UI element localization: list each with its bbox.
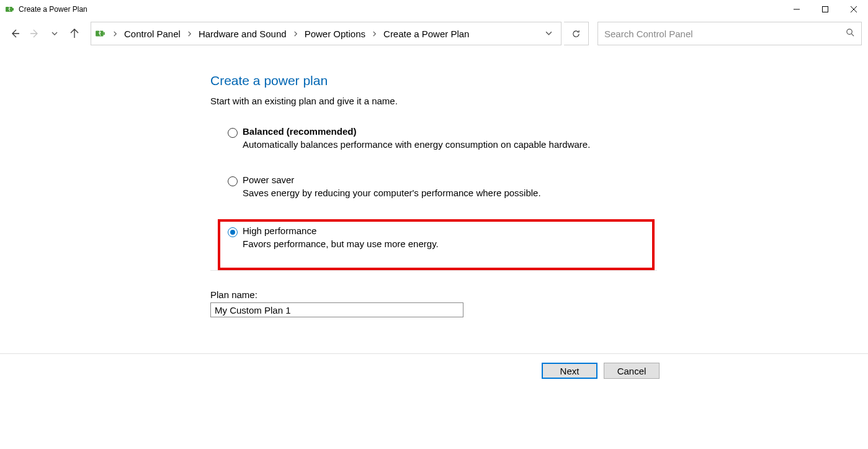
breadcrumb-item[interactable]: Power Options [302,26,368,42]
plan-option-power-saver[interactable]: Power saver Saves energy by reducing you… [225,171,657,202]
footer: Next Cancel [0,353,868,379]
window-controls [782,0,868,19]
plan-name-label: Plan name: [210,289,868,300]
plan-option-balanced[interactable]: Balanced (recommended) Automatically bal… [225,122,657,153]
cancel-button[interactable]: Cancel [604,363,660,379]
breadcrumb[interactable]: Control Panel Hardware and Sound Power O… [91,22,562,45]
plan-description: Favors performance, but may use more ene… [243,238,439,249]
window-title: Create a Power Plan [19,5,87,14]
svg-rect-3 [823,7,828,12]
next-button[interactable]: Next [542,363,597,379]
plan-option-high-performance[interactable]: High performance Favors performance, but… [218,219,655,270]
minimize-button[interactable] [782,0,811,19]
radio-balanced[interactable] [228,128,238,138]
nav-back-button[interactable] [6,25,24,42]
chevron-right-icon[interactable] [289,31,302,37]
search-box[interactable] [597,22,862,45]
chevron-right-icon[interactable] [109,31,122,37]
svg-point-8 [847,29,852,34]
svg-rect-1 [12,8,14,11]
svg-line-9 [851,34,854,36]
svg-rect-7 [104,32,105,35]
breadcrumb-dropdown[interactable] [540,28,557,39]
breadcrumb-item[interactable]: Control Panel [122,26,183,42]
page-subheading: Start with an existing plan and give it … [210,96,868,106]
close-button[interactable] [839,0,868,19]
search-icon[interactable] [846,28,855,40]
plan-description: Saves energy by reducing your computer's… [243,188,541,198]
nav-up-button[interactable] [66,25,83,42]
breadcrumb-item[interactable]: Hardware and Sound [196,26,289,42]
plan-label: Power saver [243,175,541,185]
maximize-button[interactable] [811,0,839,19]
power-options-icon [5,4,15,14]
breadcrumb-item[interactable]: Create a Power Plan [381,26,472,42]
plan-name-section: Plan name: [210,289,868,317]
nav-bar: Control Panel Hardware and Sound Power O… [0,19,868,48]
plan-label: High performance [243,225,439,236]
plan-options: Balanced (recommended) Automatically bal… [210,122,657,271]
title-bar: Create a Power Plan [0,0,868,19]
page-heading: Create a power plan [210,73,868,88]
plan-label: Balanced (recommended) [243,126,590,137]
radio-high-performance[interactable] [228,227,238,237]
plan-name-input[interactable] [210,302,463,317]
nav-forward-button[interactable] [26,25,43,42]
search-input[interactable] [604,29,846,39]
content-area: Create a power plan Start with an existi… [0,48,868,336]
plan-description: Automatically balances performance with … [243,139,590,150]
chevron-right-icon[interactable] [183,31,196,37]
refresh-button[interactable] [564,22,589,45]
nav-history-dropdown[interactable] [46,25,63,42]
power-options-icon [95,28,106,39]
radio-power-saver[interactable] [228,176,238,186]
chevron-right-icon[interactable] [368,31,381,37]
